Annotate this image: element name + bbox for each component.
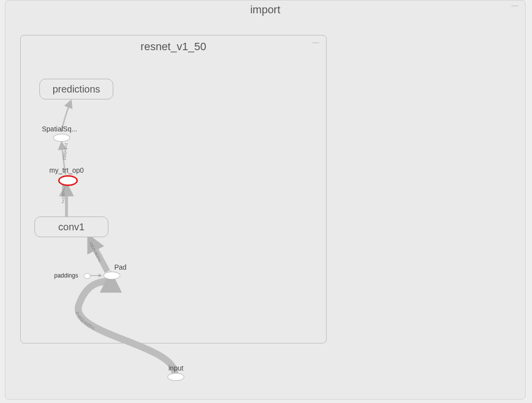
node-pad-label: Pad (114, 263, 127, 271)
scope-import-title: import (5, 3, 525, 16)
node-conv1-label: conv1 (58, 221, 84, 233)
node-input-label: input (168, 364, 183, 372)
collapse-icon[interactable] (511, 5, 518, 6)
node-my-trt-op0-label: my_trt_op0 (49, 166, 84, 174)
node-spatialsq-label: SpatialSq... (42, 125, 77, 133)
scope-resnet-title: resnet_v1_50 (21, 40, 326, 53)
node-paddings-label: paddings (54, 272, 78, 279)
node-pad[interactable] (103, 272, 120, 279)
node-spatialsq[interactable] (53, 134, 70, 142)
node-my-trt-op0[interactable] (58, 175, 78, 186)
scope-import[interactable]: import resnet_v1_50 (5, 0, 526, 400)
node-conv1[interactable]: conv1 (34, 217, 108, 237)
node-paddings[interactable] (84, 273, 91, 279)
collapse-icon[interactable] (312, 42, 319, 43)
node-input[interactable] (167, 373, 184, 381)
node-predictions[interactable]: predictions (39, 79, 113, 99)
node-predictions-label: predictions (53, 84, 100, 95)
